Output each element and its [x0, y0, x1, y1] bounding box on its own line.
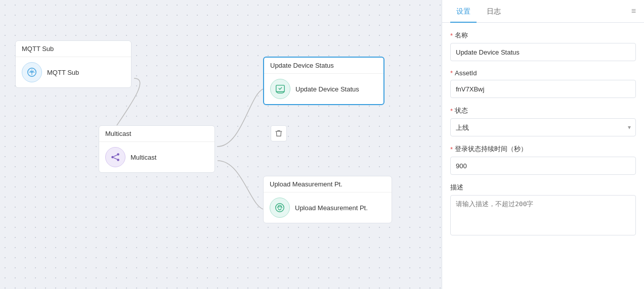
- status-select[interactable]: 上线: [450, 118, 636, 136]
- update-device-header: Update Device Status: [264, 58, 383, 74]
- status-select-wrapper: 上线 ▾: [450, 118, 636, 136]
- svg-point-9: [276, 204, 284, 212]
- panel-content: * 名称 * AssetId * 状态 上线 ▾: [442, 23, 644, 289]
- assetid-input[interactable]: [450, 80, 636, 98]
- tab-logs[interactable]: 日志: [481, 0, 507, 22]
- upload-measurement-icon: [270, 198, 290, 218]
- duration-label: * 登录状态持续时间（秒）: [450, 144, 636, 154]
- multicast-icon: [105, 147, 125, 167]
- svg-line-3: [114, 155, 117, 157]
- svg-point-0: [111, 156, 114, 159]
- multicast-node[interactable]: Multicast Multicast: [99, 125, 215, 173]
- upload-measurement-header: Upload Measurement Pt.: [264, 176, 392, 192]
- update-device-node[interactable]: Update Device Status Update Device Statu…: [263, 57, 384, 105]
- name-group: * 名称: [450, 31, 636, 61]
- flow-canvas[interactable]: MQTT Sub MQTT Sub Multicast: [0, 0, 442, 289]
- mqtt-sub-header: MQTT Sub: [16, 41, 131, 57]
- assetid-group: * AssetId: [450, 69, 636, 98]
- name-label: * 名称: [450, 31, 636, 40]
- panel-tabs: 设置 日志 ≡: [442, 0, 644, 23]
- svg-line-4: [114, 158, 117, 159]
- mqtt-icon: [22, 62, 42, 82]
- status-label: * 状态: [450, 106, 636, 115]
- update-device-icon: [270, 79, 290, 99]
- status-group: * 状态 上线 ▾: [450, 106, 636, 136]
- right-panel: 设置 日志 ≡ * 名称 * AssetId * 状态: [442, 0, 644, 289]
- duration-group: * 登录状态持续时间（秒）: [450, 144, 636, 175]
- upload-measurement-node[interactable]: Upload Measurement Pt. Upload Measuremen…: [263, 176, 392, 223]
- delete-button[interactable]: [271, 125, 287, 141]
- multicast-label: Multicast: [131, 154, 156, 161]
- description-label: 描述: [450, 183, 636, 192]
- name-input[interactable]: [450, 43, 636, 61]
- tab-settings[interactable]: 设置: [450, 0, 477, 22]
- description-group: 描述: [450, 183, 636, 237]
- upload-measurement-label: Upload Measurement Pt.: [295, 204, 368, 212]
- assetid-label: * AssetId: [450, 69, 636, 77]
- update-device-label: Update Device Status: [295, 85, 359, 93]
- mqtt-sub-label: MQTT Sub: [47, 69, 79, 76]
- description-textarea[interactable]: [450, 195, 636, 235]
- multicast-header: Multicast: [99, 126, 214, 142]
- panel-menu-icon[interactable]: ≡: [631, 7, 636, 16]
- mqtt-sub-node[interactable]: MQTT Sub MQTT Sub: [15, 40, 132, 88]
- duration-input[interactable]: [450, 157, 636, 175]
